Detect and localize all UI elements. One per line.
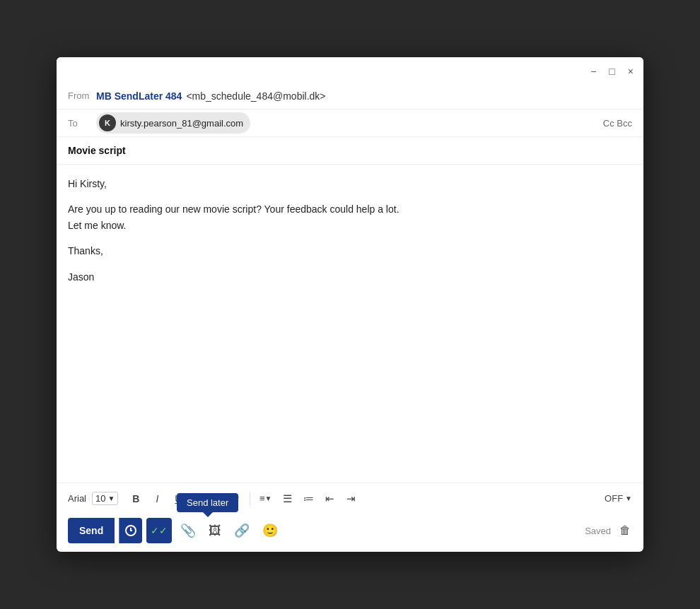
decrease-indent-button[interactable]: ⇤ [320, 490, 339, 508]
minimize-button[interactable]: − [588, 65, 599, 78]
to-label: To [68, 118, 96, 129]
italic-button[interactable]: I [148, 490, 166, 508]
link-button[interactable]: 🔗 [230, 520, 254, 541]
close-button[interactable]: × [625, 65, 636, 78]
send-later-button[interactable] [119, 518, 142, 543]
greeting: Hi Kirsty, [68, 176, 632, 191]
cc-bcc-button[interactable]: Cc Bcc [603, 118, 632, 129]
from-row: From MB SendLater 484 <mb_schedule_484@m… [57, 83, 643, 110]
send-button[interactable]: Send [68, 518, 115, 543]
formatting-toolbar: Arial 10 ▼ B I U A ▼ A ▼ ≡ ▼ ☰ [57, 483, 643, 514]
window-controls: − □ × [588, 65, 636, 78]
unordered-list-button[interactable]: ≔ [299, 490, 317, 508]
to-row: To K kirsty.pearson_81@gmail.com Cc Bcc [57, 110, 643, 137]
increase-indent-button[interactable]: ⇥ [342, 490, 360, 508]
emoji-icon: 🙂 [262, 523, 278, 538]
send-label: Send [79, 525, 103, 536]
checkmark-icon: ✓✓ [151, 525, 168, 536]
font-name-label: Arial [68, 493, 86, 504]
body-paragraph1: Are you up to reading our new movie scri… [68, 201, 632, 233]
saved-status: Saved 🗑 [585, 523, 632, 538]
avatar: K [99, 114, 116, 131]
off-toggle[interactable]: OFF ▼ [605, 493, 632, 504]
align-button[interactable]: ≡ ▼ [256, 490, 276, 508]
off-label: OFF [605, 493, 623, 504]
subject-row: Movie script [57, 137, 643, 165]
email-body[interactable]: Hi Kirsty, Are you up to reading our new… [57, 165, 643, 483]
attachment-button[interactable]: 📎 [176, 520, 200, 541]
title-bar: − □ × [57, 57, 643, 83]
subject-text: Movie script [68, 145, 126, 156]
emoji-button[interactable]: 🙂 [258, 520, 282, 541]
from-label: From [68, 90, 96, 101]
checkmark-button[interactable]: ✓✓ [146, 518, 172, 543]
sender-email: <mb_schedule_484@mobil.dk> [186, 90, 325, 102]
sender-name: MB SendLater 484 [96, 90, 182, 102]
recipient-pill[interactable]: K kirsty.pearson_81@gmail.com [96, 112, 250, 134]
delete-button[interactable]: 🗑 [618, 523, 632, 538]
send-later-tooltip: Send later [177, 493, 238, 512]
body-signature: Jason [68, 269, 632, 285]
maximize-button[interactable]: □ [606, 65, 617, 78]
clock-icon [125, 525, 136, 536]
ordered-list-button[interactable]: ☰ [278, 490, 296, 508]
saved-text: Saved [585, 526, 611, 536]
trash-icon: 🗑 [619, 524, 631, 536]
body-closing: Thanks, [68, 243, 632, 259]
off-chevron-icon: ▼ [625, 495, 632, 502]
recipient-email: kirsty.pearson_81@gmail.com [120, 118, 243, 129]
bold-button[interactable]: B [127, 490, 145, 508]
attachment-icon: 📎 [180, 523, 196, 538]
compose-window: − □ × From MB SendLater 484 <mb_schedule… [57, 57, 643, 552]
font-size-selector[interactable]: 10 ▼ [92, 492, 118, 505]
separator-2 [250, 492, 250, 505]
link-icon: 🔗 [234, 523, 250, 538]
image-icon: 🖼 [209, 524, 221, 538]
image-button[interactable]: 🖼 [204, 521, 226, 541]
action-bar: Send later Send ✓✓ 📎 🖼 🔗 🙂 [57, 514, 643, 552]
